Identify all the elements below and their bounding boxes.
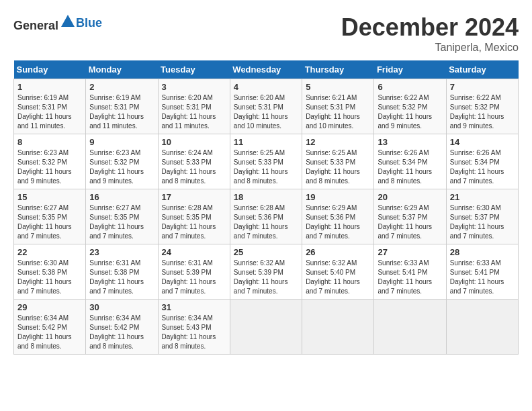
day-info: Sunrise: 6:32 AMSunset: 5:39 PMDaylight:… [234,259,298,296]
calendar-cell: 28Sunrise: 6:33 AMSunset: 5:41 PMDayligh… [446,244,518,300]
calendar-cell: 29Sunrise: 6:34 AMSunset: 5:42 PMDayligh… [14,300,86,355]
weekday-header-wednesday: Wednesday [230,60,302,79]
day-number: 10 [162,137,226,147]
day-number: 14 [450,137,515,147]
day-info: Sunrise: 6:33 AMSunset: 5:41 PMDaylight:… [450,259,515,296]
calendar-cell: 21Sunrise: 6:30 AMSunset: 5:37 PMDayligh… [446,189,518,244]
weekday-header-thursday: Thursday [302,60,374,79]
calendar-cell: 13Sunrise: 6:26 AMSunset: 5:34 PMDayligh… [374,134,446,189]
calendar-week-4: 22Sunrise: 6:30 AMSunset: 5:38 PMDayligh… [14,244,519,300]
day-number: 15 [17,192,82,202]
svg-marker-0 [61,15,75,27]
calendar-cell: 2Sunrise: 6:19 AMSunset: 5:31 PMDaylight… [86,79,158,134]
day-number: 8 [17,137,82,147]
month-title: December 2024 [341,13,519,42]
location-title: Taniperla, Mexico [341,42,519,54]
calendar-cell: 4Sunrise: 6:20 AMSunset: 5:31 PMDaylight… [230,79,302,134]
title-area: December 2024 Taniperla, Mexico [341,13,519,54]
day-number: 23 [89,247,154,257]
day-info: Sunrise: 6:20 AMSunset: 5:31 PMDaylight:… [162,93,226,131]
calendar-cell: 7Sunrise: 6:22 AMSunset: 5:32 PMDaylight… [446,79,518,134]
calendar-cell [230,300,302,355]
day-number: 13 [378,137,442,147]
day-info: Sunrise: 6:28 AMSunset: 5:35 PMDaylight:… [162,203,226,241]
logo: General Blue [13,13,102,33]
day-number: 28 [450,247,515,257]
day-info: Sunrise: 6:26 AMSunset: 5:34 PMDaylight:… [378,148,442,186]
calendar-cell [302,300,374,355]
calendar-cell [374,300,446,355]
day-info: Sunrise: 6:22 AMSunset: 5:32 PMDaylight:… [450,93,515,131]
day-number: 5 [306,82,370,92]
calendar-cell [446,300,518,355]
weekday-header-saturday: Saturday [446,60,518,79]
calendar-cell: 6Sunrise: 6:22 AMSunset: 5:32 PMDaylight… [374,79,446,134]
calendar-cell: 17Sunrise: 6:28 AMSunset: 5:35 PMDayligh… [158,189,230,244]
weekday-header-tuesday: Tuesday [158,60,230,79]
calendar-cell: 12Sunrise: 6:25 AMSunset: 5:33 PMDayligh… [302,134,374,189]
weekday-header-friday: Friday [374,60,446,79]
day-number: 12 [306,137,370,147]
logo-icon [60,13,76,30]
day-number: 4 [234,82,298,92]
day-number: 22 [17,247,82,257]
day-number: 27 [378,247,442,257]
day-info: Sunrise: 6:23 AMSunset: 5:32 PMDaylight:… [17,148,82,186]
calendar-cell: 31Sunrise: 6:34 AMSunset: 5:43 PMDayligh… [158,300,230,355]
day-number: 20 [378,192,442,202]
calendar-cell: 5Sunrise: 6:21 AMSunset: 5:31 PMDaylight… [302,79,374,134]
calendar-cell: 20Sunrise: 6:29 AMSunset: 5:37 PMDayligh… [374,189,446,244]
day-info: Sunrise: 6:30 AMSunset: 5:38 PMDaylight:… [17,259,82,296]
weekday-header-monday: Monday [86,60,158,79]
day-info: Sunrise: 6:23 AMSunset: 5:32 PMDaylight:… [89,148,154,186]
day-number: 26 [306,247,370,257]
day-info: Sunrise: 6:34 AMSunset: 5:43 PMDaylight:… [162,314,226,351]
header: General Blue December 2024 Taniperla, Me… [13,13,519,54]
calendar-cell: 30Sunrise: 6:34 AMSunset: 5:42 PMDayligh… [86,300,158,355]
day-info: Sunrise: 6:21 AMSunset: 5:31 PMDaylight:… [306,93,370,131]
day-number: 30 [89,302,154,312]
calendar-cell: 11Sunrise: 6:25 AMSunset: 5:33 PMDayligh… [230,134,302,189]
calendar-cell: 18Sunrise: 6:28 AMSunset: 5:36 PMDayligh… [230,189,302,244]
day-number: 3 [162,82,226,92]
calendar-cell: 25Sunrise: 6:32 AMSunset: 5:39 PMDayligh… [230,244,302,300]
day-number: 31 [162,302,226,312]
day-info: Sunrise: 6:19 AMSunset: 5:31 PMDaylight:… [89,93,154,131]
day-info: Sunrise: 6:34 AMSunset: 5:42 PMDaylight:… [17,314,82,351]
calendar-cell: 14Sunrise: 6:26 AMSunset: 5:34 PMDayligh… [446,134,518,189]
day-info: Sunrise: 6:25 AMSunset: 5:33 PMDaylight:… [306,148,370,186]
day-number: 7 [450,82,515,92]
logo-general-text: General [13,19,58,32]
day-info: Sunrise: 6:26 AMSunset: 5:34 PMDaylight:… [450,148,515,186]
day-info: Sunrise: 6:28 AMSunset: 5:36 PMDaylight:… [234,203,298,241]
day-info: Sunrise: 6:31 AMSunset: 5:38 PMDaylight:… [89,259,154,296]
day-number: 11 [234,137,298,147]
calendar-cell: 19Sunrise: 6:29 AMSunset: 5:36 PMDayligh… [302,189,374,244]
day-info: Sunrise: 6:30 AMSunset: 5:37 PMDaylight:… [450,203,515,241]
day-info: Sunrise: 6:33 AMSunset: 5:41 PMDaylight:… [378,259,442,296]
day-number: 25 [234,247,298,257]
day-info: Sunrise: 6:20 AMSunset: 5:31 PMDaylight:… [234,93,298,131]
calendar-cell: 26Sunrise: 6:32 AMSunset: 5:40 PMDayligh… [302,244,374,300]
day-info: Sunrise: 6:27 AMSunset: 5:35 PMDaylight:… [17,203,82,241]
day-number: 29 [17,302,82,312]
calendar-cell: 24Sunrise: 6:31 AMSunset: 5:39 PMDayligh… [158,244,230,300]
weekday-header-sunday: Sunday [14,60,86,79]
day-number: 6 [378,82,442,92]
calendar-cell: 3Sunrise: 6:20 AMSunset: 5:31 PMDaylight… [158,79,230,134]
logo-blue-text: Blue [76,16,102,30]
day-number: 19 [306,192,370,202]
day-number: 24 [162,247,226,257]
day-info: Sunrise: 6:22 AMSunset: 5:32 PMDaylight:… [378,93,442,131]
calendar: SundayMondayTuesdayWednesdayThursdayFrid… [13,60,519,355]
day-number: 9 [89,137,154,147]
calendar-cell: 15Sunrise: 6:27 AMSunset: 5:35 PMDayligh… [14,189,86,244]
day-info: Sunrise: 6:34 AMSunset: 5:42 PMDaylight:… [89,314,154,351]
calendar-week-5: 29Sunrise: 6:34 AMSunset: 5:42 PMDayligh… [14,300,519,355]
day-number: 21 [450,192,515,202]
day-number: 1 [17,82,82,92]
calendar-cell: 23Sunrise: 6:31 AMSunset: 5:38 PMDayligh… [86,244,158,300]
day-number: 16 [89,192,154,202]
day-number: 17 [162,192,226,202]
day-info: Sunrise: 6:25 AMSunset: 5:33 PMDaylight:… [234,148,298,186]
